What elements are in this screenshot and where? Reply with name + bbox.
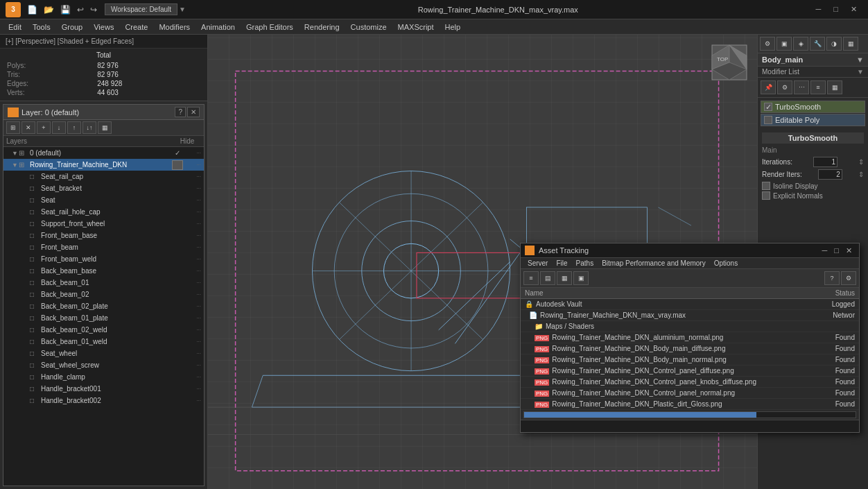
at-menu-file[interactable]: File bbox=[552, 259, 571, 268]
rt-list[interactable]: ≡ bbox=[810, 80, 826, 94]
rp-icon-6[interactable]: ▦ bbox=[843, 37, 858, 51]
layer-item-layer1[interactable]: ▼ ⊞ Rowing_Trainer_Machine_DKN ··· bbox=[3, 159, 204, 171]
at-col-status[interactable]: Status bbox=[819, 288, 859, 299]
layer-item-support_front_wheel[interactable]: □ Support_front_wheel ··· bbox=[3, 218, 204, 230]
at-menu-bitmap-performance-and-memory[interactable]: Bitmap Performance and Memory bbox=[598, 259, 710, 268]
at-tool-list[interactable]: ▤ bbox=[540, 271, 555, 285]
layer-item-back_beam_02[interactable]: □ Back_beam_02 ··· bbox=[3, 289, 204, 300]
layer-item-back_beam_02_plate[interactable]: □ Back_beam_02_plate ··· bbox=[3, 300, 204, 312]
at-tool-help[interactable]: ? bbox=[824, 271, 840, 285]
at-row-vault[interactable]: 🔒Autodesk Vault Logged bbox=[521, 299, 859, 310]
ts-iterations-input[interactable] bbox=[813, 157, 837, 167]
at-row-png5[interactable]: PNGRowing_Trainer_Machine_DKN_Control_pa… bbox=[521, 377, 859, 388]
at-table-container[interactable]: Name Status 🔒Autodesk Vault Logged 📄Rowi… bbox=[521, 288, 859, 410]
rp-icon-5[interactable]: ◑ bbox=[826, 37, 842, 51]
menu-item-modifiers[interactable]: Modifiers bbox=[153, 22, 196, 33]
layer-item-back_beam_01[interactable]: □ Back_beam_01 ··· bbox=[3, 277, 204, 289]
menu-item-help[interactable]: Help bbox=[440, 22, 467, 33]
at-menu-options[interactable]: Options bbox=[710, 259, 742, 268]
at-row-maps_folder[interactable]: 📁Maps / Shaders bbox=[521, 321, 859, 332]
layer-item-layer0[interactable]: ▼ ⊞ 0 (default) ✓ ··· bbox=[3, 147, 204, 159]
rp-icon-4[interactable]: 🔧 bbox=[810, 37, 825, 51]
layer-tool-5[interactable]: ↑ bbox=[67, 121, 81, 134]
menu-item-edit[interactable]: Edit bbox=[3, 22, 27, 33]
layer-tool-7[interactable]: ▦ bbox=[98, 121, 112, 134]
at-col-name[interactable]: Name bbox=[521, 288, 819, 299]
modifier-list-dropdown[interactable]: ▼ bbox=[857, 68, 864, 76]
layer-item-seat_rail_hole_cap[interactable]: □ Seat_rail_hole_cap ··· bbox=[3, 206, 204, 218]
object-dropdown-arrow[interactable]: ▼ bbox=[856, 55, 864, 64]
layer-item-handle_bracket001[interactable]: □ Handle_bracket001 ··· bbox=[3, 383, 204, 395]
layer-tool-4[interactable]: ↓ bbox=[52, 121, 66, 134]
at-menu-paths[interactable]: Paths bbox=[572, 259, 598, 268]
rp-icon-1[interactable]: ⚙ bbox=[760, 37, 775, 51]
layer-item-front_beam_weld[interactable]: □ Front_beam_weld ··· bbox=[3, 253, 204, 265]
at-row-png2[interactable]: PNGRowing_Trainer_Machine_DKN_Body_main_… bbox=[521, 343, 859, 354]
menu-item-rendering[interactable]: Rendering bbox=[299, 22, 345, 33]
at-row-png6[interactable]: PNGRowing_Trainer_Machine_DKN_Control_pa… bbox=[521, 388, 859, 399]
modifier-turbosmooth[interactable]: ✓ TurboSmooth bbox=[761, 101, 865, 113]
rp-icon-3[interactable]: ◈ bbox=[793, 37, 808, 51]
layer-item-seat_wheel_screw[interactable]: □ Seat_wheel_screw ··· bbox=[3, 359, 204, 371]
ts-isoline-checkbox[interactable] bbox=[762, 182, 770, 190]
open-icon[interactable]: 📂 bbox=[42, 3, 56, 16]
redo-icon[interactable]: ↪ bbox=[88, 3, 99, 16]
layer-item-handle_clamp[interactable]: □ Handle_clamp ··· bbox=[3, 371, 204, 383]
save-icon[interactable]: 💾 bbox=[58, 3, 73, 16]
layer-item-back_beam_01_plate[interactable]: □ Back_beam_01_plate ··· bbox=[3, 312, 204, 324]
rp-icon-2[interactable]: ▣ bbox=[776, 37, 792, 51]
rt-pin[interactable]: 📌 bbox=[761, 80, 776, 94]
ts-iterations-spinner[interactable]: ⇕ bbox=[858, 158, 864, 166]
layer-close-button[interactable]: ✕ bbox=[187, 107, 200, 117]
modifier-editpoly[interactable]: Editable Poly bbox=[761, 114, 865, 126]
at-tool-detail[interactable]: ▣ bbox=[573, 271, 589, 285]
new-icon[interactable]: 📄 bbox=[25, 3, 40, 16]
close-button[interactable]: ✕ bbox=[845, 3, 862, 15]
at-row-max_file[interactable]: 📄Rowing_Trainer_Machine_DKN_max_vray.max… bbox=[521, 310, 859, 321]
layer-item-handle_bracket002[interactable]: □ Handle_bracket002 ··· bbox=[3, 395, 204, 406]
menu-item-tools[interactable]: Tools bbox=[27, 22, 56, 33]
menu-item-graph-editors[interactable]: Graph Editors bbox=[241, 22, 299, 33]
layer-item-seat[interactable]: □ Seat ··· bbox=[3, 194, 204, 206]
menu-item-maxscript[interactable]: MAXScript bbox=[392, 22, 440, 33]
layer-tool-1[interactable]: ⊞ bbox=[6, 121, 20, 134]
at-row-png1[interactable]: PNGRowing_Trainer_Machine_DKN_aluminium_… bbox=[521, 332, 859, 343]
navigation-cube[interactable]: TOP bbox=[709, 42, 750, 83]
menu-item-group[interactable]: Group bbox=[56, 22, 89, 33]
minimize-button[interactable]: ─ bbox=[810, 3, 827, 15]
layer-item-back_beam_02_weld[interactable]: □ Back_beam_02_weld ··· bbox=[3, 324, 204, 336]
ts-explicit-checkbox[interactable] bbox=[762, 191, 770, 200]
at-tool-rows[interactable]: ≡ bbox=[523, 271, 539, 285]
at-row-png7[interactable]: PNGRowing_Trainer_Machine_DKN_Plastic_di… bbox=[521, 399, 859, 410]
layer-tool-6[interactable]: ↓↑ bbox=[83, 121, 96, 134]
rt-dots[interactable]: ⋯ bbox=[794, 80, 809, 94]
layer-item-seat_rail_cap[interactable]: □ Seat_rail_cap ··· bbox=[3, 171, 204, 182]
layer-item-back_beam_base[interactable]: □ Back_beam_base ··· bbox=[3, 265, 204, 277]
rt-grid[interactable]: ▦ bbox=[827, 80, 842, 94]
menu-item-animation[interactable]: Animation bbox=[196, 22, 241, 33]
at-close-button[interactable]: ✕ bbox=[843, 246, 855, 255]
menu-item-customize[interactable]: Customize bbox=[345, 22, 392, 33]
layer-tool-2[interactable]: ✕ bbox=[21, 121, 35, 134]
layer-tool-3[interactable]: + bbox=[37, 121, 51, 134]
menu-item-views[interactable]: Views bbox=[88, 22, 119, 33]
at-row-png3[interactable]: PNGRowing_Trainer_Machine_DKN_Body_main_… bbox=[521, 354, 859, 366]
layer-item-front_beam_base[interactable]: □ Front_beam_base ··· bbox=[3, 230, 204, 241]
layer-help-button[interactable]: ? bbox=[175, 107, 186, 117]
mod-editpoly-checkbox[interactable] bbox=[764, 116, 772, 124]
undo-icon[interactable]: ↩ bbox=[75, 3, 86, 16]
mod-turbosmooth-checkbox[interactable]: ✓ bbox=[764, 103, 772, 111]
at-tool-grid[interactable]: ▦ bbox=[557, 271, 572, 285]
rt-gear[interactable]: ⚙ bbox=[777, 80, 792, 94]
at-row-png4[interactable]: PNGRowing_Trainer_Machine_DKN_Control_pa… bbox=[521, 366, 859, 377]
ts-render-iters-input[interactable] bbox=[818, 169, 842, 180]
layer-item-back_beam_01_weld[interactable]: □ Back_beam_01_weld ··· bbox=[3, 336, 204, 348]
layer-item-front_beam[interactable]: □ Front_beam ··· bbox=[3, 241, 204, 253]
menu-item-create[interactable]: Create bbox=[119, 22, 153, 33]
workspace-button[interactable]: Workspace: Default bbox=[105, 3, 177, 15]
at-tool-settings[interactable]: ⚙ bbox=[841, 271, 856, 285]
layer-item-seat_wheel[interactable]: □ Seat_wheel ··· bbox=[3, 348, 204, 359]
layer-item-seat_bracket[interactable]: □ Seat_bracket ··· bbox=[3, 182, 204, 194]
at-maximize-button[interactable]: □ bbox=[831, 246, 842, 255]
ts-render-iters-spinner[interactable]: ⇕ bbox=[858, 171, 864, 178]
